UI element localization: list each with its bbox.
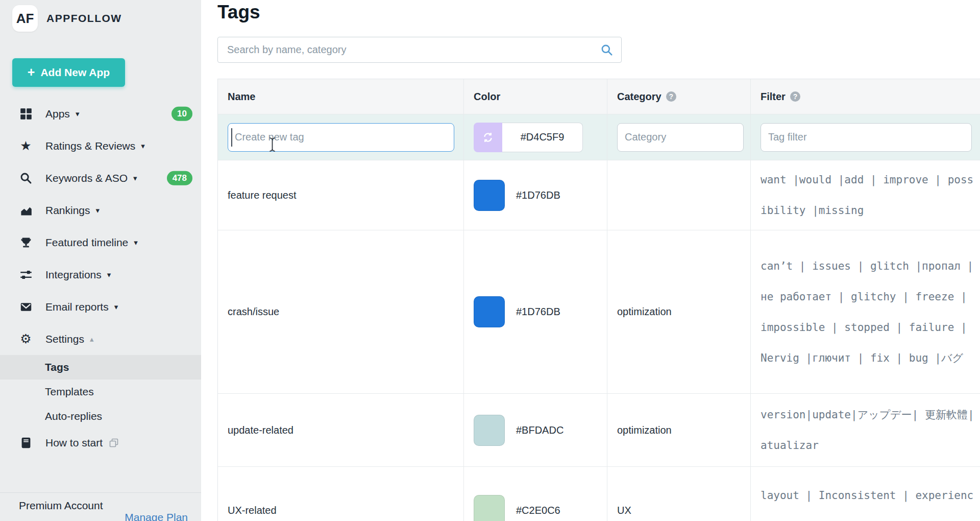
- table-row-name[interactable]: update-related: [218, 394, 464, 467]
- chevron-down-icon: ▾: [134, 238, 138, 247]
- table-row-name[interactable]: crash/issue: [218, 230, 464, 394]
- color-hex-label: #1D76DB: [516, 306, 560, 318]
- sidebar-item-templates[interactable]: Templates: [0, 380, 201, 404]
- sidebar-item-keywords-aso[interactable]: Keywords & ASO ▾ 478: [0, 162, 201, 194]
- search-icon: [19, 171, 33, 185]
- sidebar-item-tags[interactable]: Tags: [0, 355, 201, 380]
- page-title: Tags: [217, 1, 980, 23]
- color-swatch[interactable]: [474, 296, 505, 327]
- category-help-icon[interactable]: ?: [666, 91, 676, 102]
- sidebar: AF APPFOLLOW + Add New App Apps ▾ 10 ★ R…: [0, 0, 201, 521]
- sidebar-footer: Premium Account Manage Plan: [0, 492, 201, 521]
- sidebar-item-integrations[interactable]: Integrations ▾: [0, 258, 201, 291]
- star-icon: ★: [19, 139, 33, 153]
- sidebar-item-auto-replies[interactable]: Auto-replies: [0, 404, 201, 429]
- sidebar-item-label: Apps: [45, 108, 70, 120]
- add-new-app-label: Add New App: [40, 66, 110, 79]
- table-row-filter: want |would |add | improve | possibility…: [751, 160, 980, 230]
- table-row-name[interactable]: UX-related: [218, 467, 464, 521]
- color-hex-label: #BFDADC: [516, 424, 564, 436]
- table-row-color: #BFDADC: [464, 394, 607, 467]
- table-row-category: optimization: [607, 394, 751, 467]
- submenu-label: Tags: [45, 361, 69, 373]
- color-swatch[interactable]: [474, 180, 505, 211]
- chevron-down-icon: ▾: [114, 302, 118, 312]
- color-hex-label: #C2E0C6: [516, 505, 560, 516]
- submenu-label: Templates: [45, 386, 94, 398]
- chevron-down-icon: ▾: [76, 109, 80, 119]
- chevron-down-icon: ▾: [133, 174, 137, 183]
- tags-table: Name Color Category ? Filter ?: [217, 79, 980, 521]
- envelope-icon: [19, 300, 33, 314]
- color-hex-label: #1D76DB: [516, 190, 560, 201]
- table-row-color: #1D76DB: [464, 230, 607, 394]
- column-header-filter: Filter ?: [751, 79, 980, 114]
- sidebar-item-featured-timeline[interactable]: Featured timeline ▾: [0, 226, 201, 258]
- create-tag-name-input[interactable]: [228, 123, 454, 152]
- table-row-category: [607, 160, 751, 230]
- column-header-name: Name: [218, 79, 464, 114]
- table-row-color: #1D76DB: [464, 160, 607, 230]
- sidebar-item-ratings-reviews[interactable]: ★ Ratings & Reviews ▾: [0, 130, 201, 162]
- search-input[interactable]: [218, 37, 621, 62]
- sidebar-item-label: Rankings: [45, 204, 90, 217]
- trophy-icon: [19, 235, 33, 249]
- sidebar-item-email-reports[interactable]: Email reports ▾: [0, 291, 201, 323]
- create-tag-filter-input[interactable]: [761, 123, 972, 152]
- text-caret: [231, 128, 232, 147]
- add-new-app-button[interactable]: + Add New App: [12, 58, 125, 87]
- table-row-category: optimization: [607, 230, 751, 394]
- sidebar-item-how-to-start[interactable]: How to start: [0, 429, 201, 457]
- sidebar-item-label: Ratings & Reviews: [45, 140, 135, 152]
- settings-submenu: Tags Templates Auto-replies: [0, 355, 201, 429]
- table-row-color: #C2E0C6: [464, 467, 607, 521]
- table-row-filter: can’t | issues | glitch |пропал |не рабо…: [751, 230, 980, 394]
- color-swatch[interactable]: [474, 415, 505, 446]
- main-content: Tags Name Color Category ? Filter ?: [201, 0, 980, 521]
- sidebar-item-label: Keywords & ASO: [45, 172, 128, 184]
- brand-name: APPFOLLOW: [46, 12, 122, 25]
- sidebar-menu: Apps ▾ 10 ★ Ratings & Reviews ▾ Keywords…: [0, 98, 201, 355]
- appfollow-logo[interactable]: AF: [12, 5, 38, 32]
- apps-grid-icon: [19, 107, 33, 121]
- create-tag-name-cell: [218, 114, 464, 160]
- sidebar-item-label: Integrations: [45, 269, 102, 281]
- logo-row: AF APPFOLLOW: [0, 0, 201, 32]
- book-icon: [19, 436, 33, 450]
- table-row-filter: layout | Inconsistent | experience: [751, 467, 980, 521]
- color-hex-field[interactable]: #D4C5F9: [502, 123, 583, 152]
- sidebar-item-label: How to start: [45, 437, 103, 449]
- search-icon: [600, 43, 614, 57]
- chevron-up-icon: ▴: [90, 335, 94, 344]
- manage-plan-link[interactable]: Manage Plan: [125, 511, 188, 521]
- create-tag-category-input[interactable]: [617, 123, 744, 152]
- create-tag-filter-cell: [751, 114, 980, 160]
- sidebar-item-apps[interactable]: Apps ▾ 10: [0, 98, 201, 130]
- filter-help-icon[interactable]: ?: [790, 91, 800, 102]
- random-color-button[interactable]: [474, 123, 502, 152]
- sidebar-item-label: Email reports: [45, 301, 109, 313]
- chevron-down-icon: ▾: [141, 141, 145, 151]
- create-tag-color-cell: #D4C5F9: [464, 114, 607, 160]
- table-row-category: UX: [607, 467, 751, 521]
- plus-icon: +: [28, 66, 35, 79]
- sliders-icon: [19, 268, 33, 281]
- search-box: [217, 37, 622, 63]
- account-plan-label: Premium Account: [19, 500, 103, 512]
- external-link-icon: [109, 438, 119, 448]
- gear-icon: ⚙: [19, 332, 33, 346]
- table-row-filter: version|update|アップデー| 更新軟體| atualizar: [751, 394, 980, 467]
- sidebar-item-rankings[interactable]: Rankings ▾: [0, 194, 201, 226]
- table-row-name[interactable]: feature request: [218, 160, 464, 230]
- column-header-color: Color: [464, 79, 607, 114]
- rankings-chart-icon: [19, 203, 33, 217]
- appfollow-app: AF APPFOLLOW + Add New App Apps ▾ 10 ★ R…: [0, 0, 980, 521]
- chevron-down-icon: ▾: [96, 206, 100, 215]
- color-swatch[interactable]: [474, 495, 505, 521]
- chevron-down-icon: ▾: [107, 270, 111, 279]
- refresh-icon: [482, 131, 494, 144]
- column-header-category: Category ?: [607, 79, 751, 114]
- sidebar-item-settings[interactable]: ⚙ Settings ▴: [0, 323, 201, 355]
- submenu-label: Auto-replies: [45, 410, 102, 422]
- keywords-count-badge: 478: [167, 171, 192, 185]
